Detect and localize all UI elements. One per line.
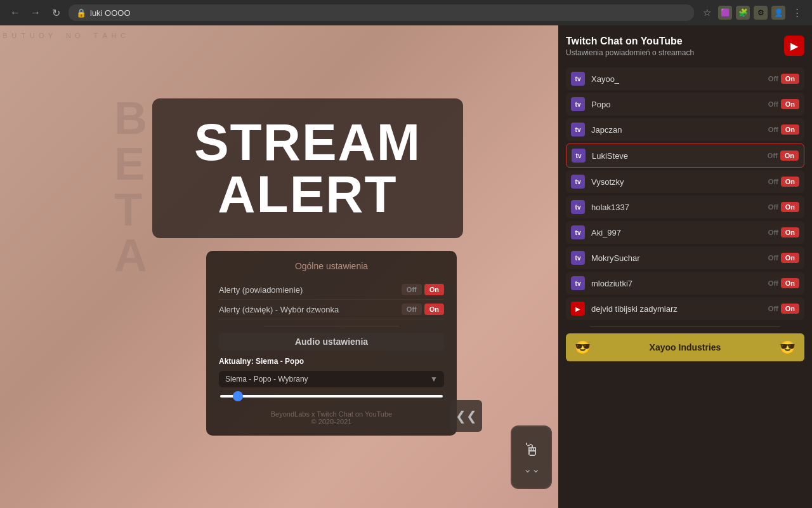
alerts-toggle: Off On xyxy=(402,284,444,295)
channel-item-aki: tv Aki_997 Off On xyxy=(566,221,804,244)
settings-row-alerts: Alerty (powiadomienie) Off On xyxy=(219,280,444,300)
xayoo-emoji-left: 😎 xyxy=(575,340,591,355)
channel-name-mokry: MokrySuchar xyxy=(591,253,768,263)
browser-actions: ☆ 🟪 🧩 ⚙ 👤 ⋮ xyxy=(699,5,804,20)
footer-text: BeyondLabs x Twitch Chat on YouTube © 20… xyxy=(219,410,444,425)
alerts-off-btn[interactable]: Off xyxy=(402,284,422,295)
volume-slider-thumb[interactable] xyxy=(233,391,243,401)
sidebar-text: CHAT ON YOUTUBE TWITCH CHA xyxy=(0,25,19,508)
popo-on-btn[interactable]: On xyxy=(781,99,799,109)
extension-icon-1[interactable]: 🟪 xyxy=(718,6,732,20)
japczan-on-btn[interactable]: On xyxy=(781,124,799,135)
browser-chrome: ← → ↻ 🔒 luki OOOO ☆ 🟪 🧩 ⚙ 👤 ⋮ xyxy=(0,0,812,25)
xayoo-on-btn[interactable]: On xyxy=(781,74,799,84)
lukisteve-on-btn[interactable]: On xyxy=(780,150,799,161)
mokry-on-btn[interactable]: On xyxy=(781,253,799,263)
aki-on-btn[interactable]: On xyxy=(781,227,799,237)
sound-toggle: Off On xyxy=(402,304,444,315)
right-panel-subtitle: Ustawienia powiadomień o streamach xyxy=(566,48,694,57)
dropdown-arrow-icon: ▼ xyxy=(430,375,438,384)
xayoo-off-label: Off xyxy=(768,75,778,83)
volume-slider-container xyxy=(219,392,444,400)
lock-icon: 🔒 xyxy=(76,8,86,18)
twitch-icon-holak: tv xyxy=(571,200,585,214)
channel-item-mlodziutki: tv mlodziutki7 Off On xyxy=(566,272,804,295)
channel-name-xayoo: Xayoo_ xyxy=(591,74,768,84)
popo-off-label: Off xyxy=(768,100,778,108)
sidebar-letter: CHAT ON YOUTUBE TWITCH CHA xyxy=(0,32,128,41)
channel-item-vysotzky: tv Vysotzky Off On xyxy=(566,170,804,193)
channel-item-xayoo: tv Xayoo_ Off On xyxy=(566,67,804,90)
holak-on-btn[interactable]: On xyxy=(781,202,799,212)
channel-item-dejvid: ▶ dejvid tibijski zadymiarz Off On xyxy=(566,297,804,320)
settings-row-sound: Alerty (dźwięk) - Wybór dzwonka Off On xyxy=(219,300,444,319)
right-panel-divider xyxy=(590,326,781,327)
twitch-icon-aki: tv xyxy=(571,225,585,239)
settings-panel: Ogólne ustawienia Alerty (powiadomienie)… xyxy=(206,251,457,436)
right-panel-header: Twitch Chat on YouTube Ustawienia powiad… xyxy=(566,36,804,57)
divider xyxy=(264,326,399,326)
current-label: Aktualny: xyxy=(219,357,254,366)
lukisteve-off-label: Off xyxy=(768,152,778,159)
current-value: Siema - Popo xyxy=(256,357,304,366)
bookmark-button[interactable]: ☆ xyxy=(699,5,714,20)
back-button[interactable]: ← xyxy=(8,5,23,20)
twitch-icon-mlodziutki: tv xyxy=(571,276,585,290)
stream-alert-box: STREAMALERT xyxy=(152,98,463,238)
right-panel-title-block: Twitch Chat on YouTube Ustawienia powiad… xyxy=(566,36,694,57)
mlodziutki-off-label: Off xyxy=(768,279,778,287)
channel-list: tv Xayoo_ Off On tv Popo Off On tv Japcz… xyxy=(566,67,804,320)
twitch-icon-xayoo: tv xyxy=(571,72,585,86)
alerts-label: Alerty (powiadomienie) xyxy=(219,285,303,295)
mlodziutki-on-btn[interactable]: On xyxy=(781,278,799,288)
footer-line2: © 2020-2021 xyxy=(311,418,352,425)
beta-label: BETA xyxy=(114,95,147,278)
channel-name-holak: holak1337 xyxy=(591,203,768,212)
xayoo-industries-bar[interactable]: 😎 Xayoo Industries 😎 xyxy=(566,333,804,361)
right-panel-title: Twitch Chat on YouTube xyxy=(566,36,694,47)
channel-item-mokry: tv MokrySuchar Off On xyxy=(566,246,804,269)
stream-alert-text: STREAMALERT xyxy=(194,116,421,220)
volume-slider-track[interactable] xyxy=(220,395,443,398)
twitch-icon-mokry: tv xyxy=(571,251,585,265)
aki-off-label: Off xyxy=(768,229,778,236)
scroll-down-arrows-icon: ⌄⌄ xyxy=(523,463,540,475)
dropdown-label: Siema - Popo - Wybrany xyxy=(225,375,430,384)
extension-icon-4[interactable]: 👤 xyxy=(771,6,785,20)
twitch-icon-japczan: tv xyxy=(571,123,585,137)
alerts-on-btn[interactable]: On xyxy=(424,284,444,295)
scroll-widget[interactable]: 🖱 ⌄⌄ xyxy=(511,425,552,489)
vysotzky-off-label: Off xyxy=(768,178,778,185)
url-text: luki OOOO xyxy=(90,8,131,18)
dejvid-on-btn[interactable]: On xyxy=(781,304,799,314)
sound-off-btn[interactable]: Off xyxy=(402,304,422,315)
vysotzky-on-btn[interactable]: On xyxy=(781,177,799,187)
sound-on-btn[interactable]: On xyxy=(424,304,444,315)
twitch-icon-vysotzky: tv xyxy=(571,175,585,189)
twitch-icon-lukisteve: tv xyxy=(572,149,586,163)
mouse-icon: 🖱 xyxy=(523,439,540,460)
settings-title: Ogólne ustawienia xyxy=(219,261,444,271)
extension-icon-3[interactable]: ⚙ xyxy=(754,6,768,20)
right-panel: Twitch Chat on YouTube Ustawienia powiad… xyxy=(558,25,812,508)
sound-label: Alerty (dźwięk) - Wybór dzwonka xyxy=(219,305,339,314)
yt-icon-dejvid: ▶ xyxy=(571,302,585,316)
refresh-button[interactable]: ↻ xyxy=(48,5,63,20)
url-bar[interactable]: 🔒 luki OOOO xyxy=(69,4,694,21)
track-dropdown[interactable]: Siema - Popo - Wybrany ▼ xyxy=(219,371,444,387)
forward-button[interactable]: → xyxy=(28,5,43,20)
channel-name-aki: Aki_997 xyxy=(591,228,768,237)
current-track: Aktualny: Siema - Popo xyxy=(219,357,444,366)
menu-button[interactable]: ⋮ xyxy=(789,5,804,20)
main-area: CHAT ON YOUTUBE TWITCH CHA BETA STREAMAL… xyxy=(0,25,812,508)
collapse-arrows-button[interactable]: ❮❮ xyxy=(450,400,482,432)
extension-icon-2[interactable]: 🧩 xyxy=(736,6,750,20)
channel-name-mlodziutki: mlodziutki7 xyxy=(591,279,768,288)
channel-item-holak: tv holak1337 Off On xyxy=(566,196,804,218)
holak-off-label: Off xyxy=(768,203,778,211)
channel-name-dejvid: dejvid tibijski zadymiarz xyxy=(591,304,768,314)
japczan-off-label: Off xyxy=(768,126,778,133)
channel-name-popo: Popo xyxy=(591,100,768,109)
channel-name-vysotzky: Vysotzky xyxy=(591,177,768,187)
audio-settings-title: Audio ustawienia xyxy=(219,333,444,351)
